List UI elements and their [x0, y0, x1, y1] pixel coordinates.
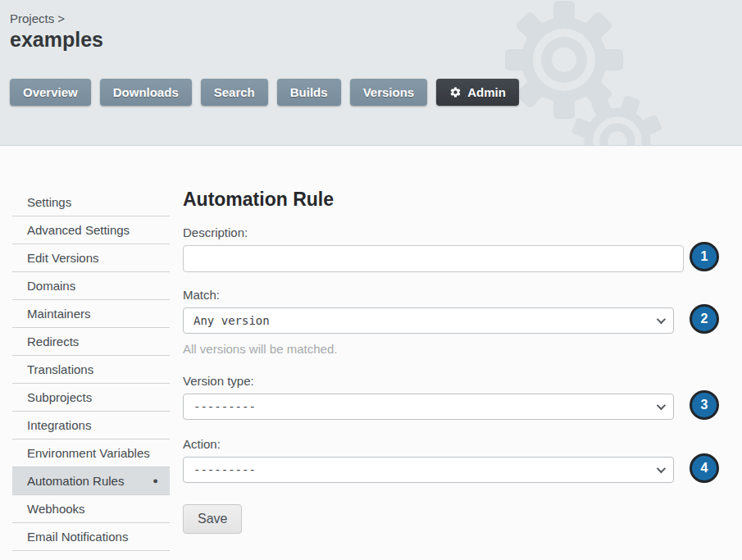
tab-overview[interactable]: Overview — [10, 79, 91, 106]
sidebar-item-redirects[interactable]: Redirects — [12, 328, 170, 356]
sidebar-item-label: Subprojects — [27, 390, 92, 404]
match-help-text: All versions will be matched. — [183, 342, 724, 356]
admin-sidebar: Settings Advanced Settings Edit Versions… — [12, 189, 170, 560]
annotation-badge-3: 3 — [690, 390, 719, 420]
action-select-value: --------- — [193, 463, 256, 476]
page-title: examples — [10, 28, 103, 52]
annotation-badge-4: 4 — [690, 453, 719, 483]
sidebar-item-label: Integrations — [27, 418, 91, 432]
tab-search[interactable]: Search — [201, 79, 268, 106]
sidebar-item-subprojects[interactable]: Subprojects — [12, 384, 170, 412]
sidebar-item-traffic-analytics[interactable]: Traffic Analytics — [12, 551, 170, 560]
tab-downloads[interactable]: Downloads — [100, 79, 192, 106]
tab-admin-label: Admin — [467, 85, 506, 99]
annotation-badge-1: 1 — [690, 242, 719, 271]
save-button[interactable]: Save — [183, 504, 242, 534]
sidebar-item-environment-variables[interactable]: Environment Variables — [12, 439, 170, 467]
match-select[interactable]: Any version — [183, 307, 674, 334]
gear-icon — [449, 86, 462, 98]
sidebar-item-label: Advanced Settings — [27, 223, 130, 237]
version-type-label: Version type: — [183, 374, 724, 388]
chevron-down-icon — [657, 315, 666, 324]
sidebar-item-edit-versions[interactable]: Edit Versions — [12, 244, 170, 272]
sidebar-item-label: Webhooks — [27, 502, 85, 516]
breadcrumb-separator: > — [57, 11, 65, 25]
match-label: Match: — [183, 288, 724, 302]
chevron-down-icon — [657, 464, 666, 473]
project-nav: Overview Downloads Search Builds Version… — [10, 79, 519, 106]
sidebar-item-translations[interactable]: Translations — [12, 356, 170, 384]
tab-versions[interactable]: Versions — [350, 79, 428, 106]
sidebar-item-label: Maintainers — [27, 307, 91, 321]
sidebar-item-label: Redirects — [27, 335, 79, 348]
sidebar-item-label: Environment Variables — [27, 446, 150, 460]
sidebar-item-advanced-settings[interactable]: Advanced Settings — [12, 216, 170, 244]
description-input[interactable] — [183, 245, 684, 272]
form-title: Automation Rule — [183, 189, 724, 211]
sidebar-item-automation-rules[interactable]: Automation Rules● — [12, 467, 170, 495]
project-header: Projects > examples Overview Downloads S… — [0, 0, 742, 146]
sidebar-item-label: Edit Versions — [27, 251, 99, 265]
sidebar-item-settings[interactable]: Settings — [12, 189, 170, 216]
version-type-select-value: --------- — [193, 400, 256, 413]
decorative-gears — [496, 0, 742, 146]
sidebar-item-label: Translations — [27, 362, 93, 376]
chevron-down-icon — [657, 401, 666, 410]
sidebar-item-label: Domains — [27, 279, 75, 293]
sidebar-item-maintainers[interactable]: Maintainers — [12, 300, 170, 328]
description-label: Description: — [183, 225, 724, 239]
current-page-dot: ● — [152, 476, 158, 485]
tab-admin[interactable]: Admin — [436, 79, 519, 106]
sidebar-item-email-notifications[interactable]: Email Notifications — [12, 523, 170, 551]
sidebar-item-label: Automation Rules — [27, 474, 124, 488]
automation-rule-form: Automation Rule Description: Match: Any … — [183, 189, 724, 560]
sidebar-item-integrations[interactable]: Integrations — [12, 412, 170, 439]
action-select[interactable]: --------- — [183, 457, 674, 483]
match-select-value: Any version — [193, 314, 270, 327]
sidebar-item-label: Settings — [27, 195, 71, 209]
sidebar-item-label: Email Notifications — [27, 530, 128, 544]
breadcrumb-projects-link[interactable]: Projects — [10, 11, 54, 25]
version-type-select[interactable]: --------- — [183, 394, 674, 420]
annotation-badge-2: 2 — [690, 304, 719, 334]
sidebar-item-webhooks[interactable]: Webhooks — [12, 495, 170, 523]
breadcrumb: Projects > — [10, 11, 65, 25]
sidebar-item-domains[interactable]: Domains — [12, 272, 170, 300]
action-label: Action: — [183, 437, 724, 451]
tab-builds[interactable]: Builds — [277, 79, 341, 106]
